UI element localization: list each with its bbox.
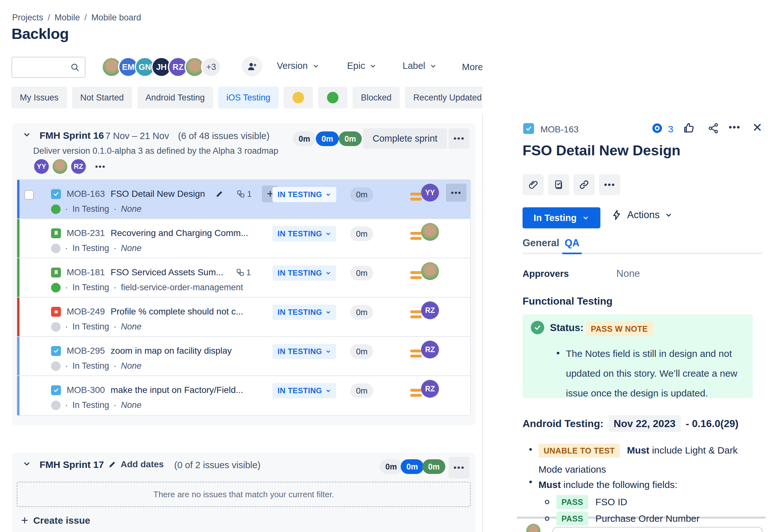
issue-title[interactable]: zoom in map on facility display [111, 346, 232, 356]
issue-row-mob-249[interactable]: MOB-249 Profile % complete should not c.… [17, 298, 470, 337]
status-dropdown[interactable]: IN TESTING [272, 265, 336, 281]
issue-title[interactable]: Profile % complete should not c... [111, 307, 243, 317]
meta-status: In Testing [72, 283, 109, 292]
breadcrumb-separator: / [48, 13, 50, 23]
comment-input[interactable] [553, 527, 762, 532]
issue-title[interactable]: make the input on Factory/Field... [111, 385, 243, 395]
status-dropdown[interactable]: IN TESTING [272, 187, 336, 202]
issue-title[interactable]: FSO Detail New Design [111, 189, 205, 199]
current-user-avatar [526, 524, 540, 532]
assignee-avatar[interactable]: RZ [421, 341, 439, 358]
quick-filter-not-started[interactable]: Not Started [72, 87, 132, 108]
status-dropdown[interactable]: IN TESTING [272, 383, 336, 398]
breadcrumb-projects[interactable]: Projects [12, 13, 43, 23]
create-issue-button[interactable]: + Create issue [21, 514, 90, 527]
sprint-menu-button[interactable]: ••• [449, 457, 470, 478]
quick-filter-yellow[interactable] [284, 87, 313, 108]
tab-qa[interactable]: QA [565, 237, 580, 249]
chevron-down-icon [582, 214, 589, 221]
panel-more-button[interactable]: ••• [729, 122, 741, 133]
add-dates-button[interactable]: Add dates [108, 459, 164, 469]
version-dropdown[interactable]: Version [277, 61, 319, 71]
quick-filter-recently-updated[interactable]: Recently Updated [405, 87, 490, 108]
bullet-icon: • [529, 444, 532, 455]
assignee-avatar[interactable] [421, 262, 439, 280]
issue-row-mob-163[interactable]: MOB-163 FSO Detail New Design 1 + IN TES… [17, 180, 470, 219]
issue-key: MOB-300 [67, 385, 105, 395]
issue-menu-button[interactable]: ••• [446, 184, 466, 202]
issue-row-mob-300[interactable]: MOB-300 make the input on Factory/Field.… [17, 376, 470, 415]
row-checkbox[interactable] [24, 190, 34, 200]
status-dropdown[interactable]: IN TESTING [272, 344, 336, 359]
share-icon[interactable] [708, 122, 719, 134]
meta-label: None [121, 243, 142, 253]
close-icon[interactable]: ✕ [752, 121, 762, 135]
panel-divider [482, 115, 483, 532]
quick-filter-green[interactable] [318, 87, 347, 108]
assignee-avatar[interactable]: RZ [421, 301, 439, 319]
android-test-date: Nov 22, 2023 [609, 415, 681, 432]
quick-filter-android-testing[interactable]: Android Testing [137, 87, 213, 108]
sprint-menu-button[interactable]: ••• [449, 128, 470, 149]
status-dropdown[interactable]: IN TESTING [272, 226, 336, 241]
issue-row-mob-295[interactable]: MOB-295 zoom in map on facility display … [17, 337, 470, 376]
quick-filter-my-issues[interactable]: My Issues [11, 87, 67, 108]
avatar[interactable]: RZ [70, 158, 87, 175]
estimate-badge-done: 0m [422, 459, 445, 474]
search-input[interactable] [11, 57, 85, 78]
assignee-avatar[interactable]: RZ [421, 380, 439, 398]
panel-issue-key[interactable]: MOB-163 [540, 124, 579, 135]
more-actions-button[interactable]: ••• [599, 174, 620, 195]
meta-status: In Testing [72, 204, 109, 214]
issue-row-mob-231[interactable]: MOB-231 Recovering and Charging Comm... … [17, 219, 470, 258]
issue-title[interactable]: Recovering and Charging Comm... [111, 228, 248, 238]
link-button[interactable] [574, 174, 595, 195]
sprint-name[interactable]: FMH Sprint 17 [40, 459, 104, 470]
avatar[interactable]: YY [33, 158, 50, 175]
collapse-sprint-icon[interactable] [18, 455, 36, 473]
breadcrumb-mobile[interactable]: Mobile [55, 13, 80, 23]
status-dropdown[interactable]: IN TESTING [272, 305, 336, 320]
assignee-avatar[interactable]: YY [421, 184, 439, 202]
status-dot-icon [51, 322, 61, 332]
quick-filter-ios-testing[interactable]: iOS Testing [218, 87, 279, 108]
label-dropdown[interactable]: Label [403, 61, 437, 71]
avatar-overflow[interactable]: +3 [201, 57, 221, 77]
story-type-icon [51, 228, 61, 238]
priority-medium-icon [410, 310, 422, 318]
issue-row-mob-181[interactable]: MOB-181 FSO Serviced Assets Sum... 1 IN … [17, 258, 470, 298]
breadcrumb-mobile-board[interactable]: Mobile board [91, 13, 141, 23]
status-dot-icon [51, 204, 61, 214]
tab-general[interactable]: General [523, 237, 559, 249]
status-dropdown-button[interactable]: In Testing [523, 207, 600, 228]
collapse-sprint-icon[interactable] [18, 126, 36, 144]
sprint-16-section: FMH Sprint 16 7 Nov – 21 Nov (6 of 48 is… [12, 123, 475, 425]
priority-medium-icon [410, 193, 422, 201]
approvers-value[interactable]: None [616, 268, 640, 279]
complete-sprint-button[interactable]: Complete sprint [363, 128, 447, 149]
chevron-down-icon [325, 309, 331, 315]
assignee-avatar[interactable] [421, 223, 439, 241]
epic-dropdown[interactable]: Epic [347, 61, 376, 71]
breadcrumb: Projects / Mobile / Mobile board [12, 13, 141, 23]
task-type-icon [51, 346, 61, 356]
attach-button[interactable] [523, 174, 544, 195]
status-result-badge: PASS W NOTE [586, 321, 653, 336]
estimate-badge: 0m [350, 344, 373, 359]
avatar[interactable] [52, 158, 68, 175]
watch-count: 3 [668, 124, 673, 135]
subtask-count: 1 [236, 268, 251, 277]
sprint-name[interactable]: FMH Sprint 16 [40, 130, 104, 141]
quick-filter-blocked[interactable]: Blocked [353, 87, 400, 108]
more-members-button[interactable]: ••• [95, 162, 106, 172]
actions-dropdown[interactable]: Actions [611, 209, 672, 221]
add-person-icon[interactable] [242, 56, 262, 77]
issue-title[interactable]: FSO Serviced Assets Sum... [111, 267, 223, 277]
thumbs-up-icon[interactable] [683, 122, 695, 134]
checklist-button[interactable] [548, 174, 569, 195]
issue-meta: · In Testing · None [51, 361, 142, 371]
edit-title-icon[interactable] [215, 189, 224, 198]
watch-icon[interactable] [651, 122, 664, 135]
android-testing-heading-row: Android Testing: Nov 22, 2023 - 0.16.0(2… [523, 415, 739, 432]
task-type-icon [51, 385, 61, 395]
